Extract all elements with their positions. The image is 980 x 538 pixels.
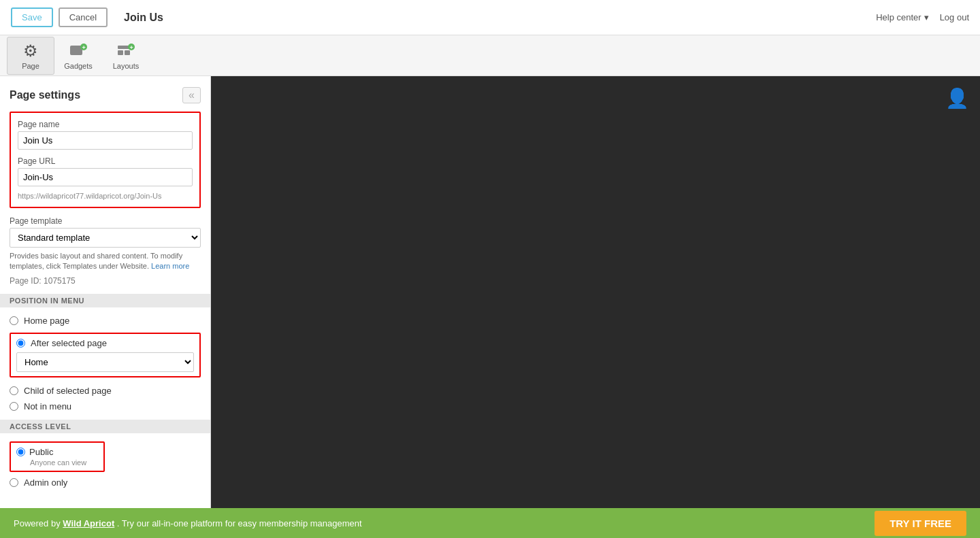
page-url-label: Page URL [18,156,193,166]
radio-home-page-input[interactable] [10,316,18,325]
template-description: Provides basic layout and shared content… [10,251,201,272]
radio-public-input[interactable] [16,448,25,456]
radio-child-of-selected[interactable]: Child of selected page [10,386,201,396]
access-level-box: Public Anyone can view [10,441,105,472]
svg-text:+: + [82,44,86,50]
main-layout: Page settings « Page name Page URL https… [0,76,980,508]
page-name-input[interactable] [18,131,193,150]
radio-after-selected-input[interactable] [16,339,25,348]
help-center-link[interactable]: Help center ▾ [876,12,928,22]
wild-apricot-link[interactable]: Wild Apricot [63,518,114,528]
radio-not-in-menu[interactable]: Not in menu [10,401,201,411]
svg-rect-5 [125,50,130,55]
page-template-label: Page template [10,216,201,226]
after-selected-box: After selected page Home [10,333,201,377]
toolbar-layouts[interactable]: + Layouts [102,37,150,75]
page-url-input[interactable] [18,168,193,186]
toolbar-page[interactable]: ⚙ Page [7,37,54,75]
promo-text: Powered by Wild Apricot . Try our all-in… [14,518,362,528]
svg-rect-4 [118,50,123,55]
top-bar: Save Cancel Join Us Help center ▾ Log ou… [0,0,980,35]
content-area: 👤 [211,76,980,508]
radio-admin-only[interactable]: Admin only [10,477,201,488]
radio-public[interactable]: Public [16,447,98,457]
radio-after-selected[interactable]: After selected page [16,338,194,348]
learn-more-link[interactable]: Learn more [151,262,189,270]
svg-text:+: + [130,44,133,50]
chevron-down-icon: ▾ [924,12,929,22]
admin-only-container: Admin only [10,477,201,488]
gear-icon: ⚙ [23,41,38,61]
top-bar-left: Save Cancel Join Us [11,7,163,27]
access-hint: Anyone can view [16,458,98,467]
top-bar-right: Help center ▾ Log out [876,12,969,22]
position-page-select[interactable]: Home [16,352,194,372]
radio-admin-only-input[interactable] [10,478,18,487]
page-name-label: Page name [18,120,193,129]
page-title: Join Us [124,12,163,24]
radio-home-page[interactable]: Home page [10,316,201,326]
cancel-button[interactable]: Cancel [59,7,108,27]
gadgets-icon: + [69,41,88,61]
try-free-button[interactable]: TRY IT FREE [875,511,966,536]
layouts-icon: + [116,41,135,61]
page-id: Page ID: 1075175 [10,276,201,286]
sidebar-title: Page settings « [10,87,201,103]
radio-not-in-menu-input[interactable] [10,402,18,411]
bottom-bar: Powered by Wild Apricot . Try our all-in… [0,508,980,538]
access-section-header: ACCESS LEVEL [0,420,210,433]
after-selected-container: After selected page Home [10,331,201,380]
radio-child-input[interactable] [10,386,18,395]
position-section-header: POSITION IN MENU [0,294,210,307]
toolbar: ⚙ Page + Gadgets + Layouts [0,35,980,76]
full-url-hint: https://wildapricot77.wildapricot.org/Jo… [18,192,193,200]
page-template-group: Page template Standard template Provides… [10,216,201,286]
user-icon: 👤 [945,87,969,110]
collapse-button[interactable]: « [182,87,201,103]
access-level-section: Public Anyone can view Admin only [10,441,201,488]
page-template-select[interactable]: Standard template [10,228,201,248]
toolbar-gadgets[interactable]: + Gadgets [54,37,102,75]
logout-link[interactable]: Log out [940,12,969,22]
sidebar: Page settings « Page name Page URL https… [0,76,211,508]
position-radio-group: Home page After selected page Home Child… [10,316,201,411]
page-name-url-section: Page name Page URL https://wildapricot77… [10,112,201,208]
save-button[interactable]: Save [11,7,53,27]
